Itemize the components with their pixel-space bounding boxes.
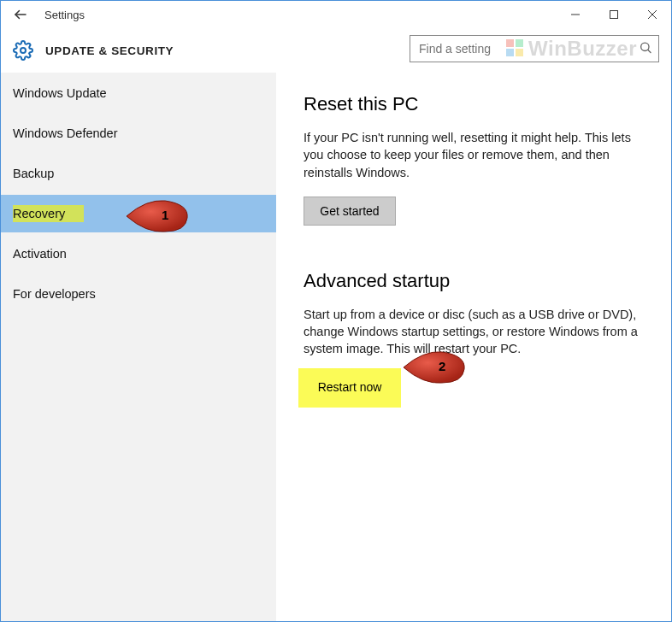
minimize-icon [571, 10, 580, 19]
close-button[interactable] [633, 1, 671, 28]
gear-icon [13, 40, 33, 61]
window-title: Settings [44, 9, 85, 21]
search-wrap [410, 35, 659, 62]
sidebar-item-for-developers[interactable]: For developers [1, 275, 276, 313]
sidebar-item-label: Backup [13, 167, 54, 180]
maximize-icon [610, 10, 618, 19]
svg-point-5 [21, 48, 26, 53]
section-body-advanced: Start up from a device or disc (such as … [304, 306, 645, 358]
minimize-button[interactable] [556, 1, 594, 28]
close-icon [648, 10, 657, 19]
sidebar: Windows Update Windows Defender Backup R… [1, 73, 276, 621]
maximize-button[interactable] [594, 1, 633, 28]
page-title: UPDATE & SECURITY [45, 44, 174, 57]
sidebar-item-label: Activation [13, 247, 67, 261]
section-heading-advanced: Advanced startup [304, 270, 647, 292]
sidebar-item-label: For developers [13, 287, 96, 301]
titlebar: Settings [1, 1, 671, 28]
restart-now-button[interactable]: Restart now [304, 373, 396, 402]
sidebar-item-windows-update[interactable]: Windows Update [1, 74, 276, 112]
section-body-reset: If your PC isn't running well, resetting… [304, 129, 645, 181]
content: Reset this PC If your PC isn't running w… [276, 73, 671, 621]
get-started-button[interactable]: Get started [304, 197, 396, 226]
header: UPDATE & SECURITY [1, 28, 671, 73]
body: Windows Update Windows Defender Backup R… [1, 73, 671, 621]
sidebar-item-label: Windows Defender [13, 126, 118, 140]
sidebar-item-backup[interactable]: Backup [1, 155, 276, 192]
search-input[interactable] [410, 35, 659, 62]
sidebar-item-recovery[interactable]: Recovery [1, 195, 276, 232]
sidebar-item-label: Windows Update [13, 86, 107, 100]
sidebar-item-label: Recovery [13, 205, 84, 222]
sidebar-item-windows-defender[interactable]: Windows Defender [1, 114, 276, 152]
svg-rect-2 [610, 11, 617, 19]
back-button[interactable] [1, 1, 39, 28]
arrow-left-icon [13, 7, 28, 22]
sidebar-item-activation[interactable]: Activation [1, 235, 276, 273]
section-heading-reset: Reset this PC [304, 93, 647, 115]
